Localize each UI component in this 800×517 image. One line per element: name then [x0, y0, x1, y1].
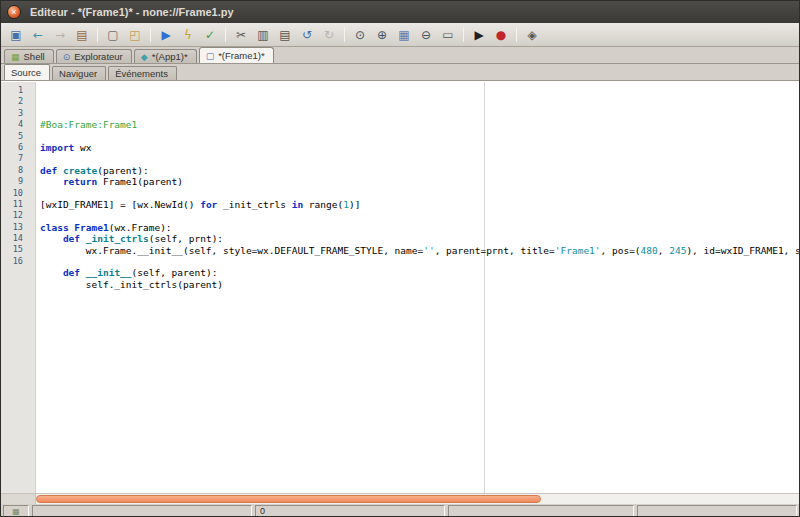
line-number: 3	[1, 108, 23, 119]
status-mode-icon: ▦	[12, 507, 20, 516]
tab-label: Shell	[24, 51, 45, 62]
toolbar-separator	[344, 27, 345, 42]
forward-icon[interactable]: →	[50, 25, 70, 45]
code-line-15[interactable]: self._init_ctrls(parent)	[40, 279, 799, 290]
tab-label: Explorateur	[74, 51, 123, 62]
main-tab-row: ▦Shell⊙Explorateur◆*(App1)*▢*(Frame1)*	[1, 47, 799, 64]
code-line-13[interactable]	[40, 256, 799, 267]
toolbar-separator	[150, 27, 151, 42]
line-number: 1	[1, 85, 23, 96]
sub-tab-row: SourceNaviguerÉvénements	[1, 64, 799, 81]
line-number: 9	[1, 176, 23, 187]
print-icon[interactable]: ▭	[438, 25, 458, 45]
back-icon[interactable]: ←	[28, 25, 48, 45]
code-line-7[interactable]	[40, 188, 799, 199]
frame-icon: ▢	[206, 51, 215, 61]
editor: 12345678910111213141516 #Boa:Frame:Frame…	[1, 81, 799, 493]
status-position-panel: 0	[255, 505, 445, 517]
tab-label: *(Frame1)*	[218, 50, 264, 61]
line-number: 16	[1, 256, 23, 267]
tab-frame1[interactable]: ▢*(Frame1)*	[199, 47, 274, 63]
line-number: 6	[1, 142, 23, 153]
line-number: 5	[1, 131, 23, 142]
paste-icon[interactable]: ▤	[275, 25, 295, 45]
toolbar-separator	[463, 27, 464, 42]
toolbar-separator	[97, 27, 98, 42]
scrollbar-thumb[interactable]	[36, 495, 541, 503]
status-mode-panel: ▦	[3, 505, 29, 517]
line-number: 15	[1, 244, 23, 255]
find-icon[interactable]: ⊙	[350, 25, 370, 45]
tab-app1[interactable]: ◆*(App1)*	[134, 49, 197, 63]
app-icon: ◆	[141, 52, 148, 62]
statusbar: ▦ 0	[1, 504, 799, 517]
help-icon[interactable]: ▤	[72, 25, 92, 45]
copy-icon[interactable]: ▥	[253, 25, 273, 45]
scrollbar-corner	[1, 494, 36, 504]
new-icon[interactable]: ▢	[103, 25, 123, 45]
line-number: 13	[1, 222, 23, 233]
code-line-9[interactable]	[40, 210, 799, 221]
code-area[interactable]: #Boa:Frame:Frame1import wxdef create(par…	[36, 82, 799, 493]
line-number: 14	[1, 233, 23, 244]
line-number: 10	[1, 188, 23, 199]
code-line-5[interactable]: def create(parent):	[40, 165, 799, 176]
line-number: 12	[1, 210, 23, 221]
gutter: 12345678910111213141516	[1, 82, 36, 493]
tab-explorateur[interactable]: ⊙Explorateur	[56, 49, 132, 63]
undo-icon[interactable]: ↺	[297, 25, 317, 45]
code-line-14[interactable]: def __init__(self, parent):	[40, 267, 799, 278]
tab-label: Événements	[115, 68, 168, 79]
record-icon[interactable]: ●	[491, 25, 511, 45]
tab-shell[interactable]: ▦Shell	[4, 49, 54, 63]
tab-label: Naviguer	[59, 68, 97, 79]
code-line-10[interactable]: class Frame1(wx.Frame):	[40, 222, 799, 233]
open-icon[interactable]: ◰	[125, 25, 145, 45]
tab-naviguer[interactable]: Naviguer	[52, 66, 106, 80]
code-line-12[interactable]: wx.Frame.__init__(self, style=wx.DEFAULT…	[40, 245, 799, 256]
save-icon[interactable]: ▣	[6, 25, 26, 45]
tab-label: *(App1)*	[152, 51, 188, 62]
toolbar-separator	[225, 27, 226, 42]
redo-icon[interactable]: ↻	[319, 25, 339, 45]
run-icon[interactable]: ▶	[156, 25, 176, 45]
code-line-6[interactable]: return Frame1(parent)	[40, 176, 799, 187]
line-number: 8	[1, 165, 23, 176]
zoom-icon[interactable]: ⊖	[416, 25, 436, 45]
status-position-value: 0	[260, 506, 265, 516]
code-line-11[interactable]: def _init_ctrls(self, prnt):	[40, 233, 799, 244]
tab-source[interactable]: Source	[4, 64, 50, 80]
debug-icon[interactable]: ϟ	[178, 25, 198, 45]
close-button[interactable]: ×	[7, 5, 21, 19]
window-title: Editeur - *(Frame1)* - none://Frame1.py	[30, 6, 234, 18]
check-source-icon[interactable]: ✓	[200, 25, 220, 45]
tab-label: Source	[11, 67, 41, 78]
tab-événements[interactable]: Événements	[108, 66, 177, 80]
line-number: 4	[1, 119, 23, 130]
toolbar: ▣←→▤▢◰▶ϟ✓✂▥▤↺↻⊙⊕▦⊖▭▶●◈	[1, 23, 799, 47]
shell-icon: ▦	[11, 52, 20, 62]
run-app-icon[interactable]: ▶	[469, 25, 489, 45]
editor-window: × Editeur - *(Frame1)* - none://Frame1.p…	[0, 0, 800, 517]
code-line-16[interactable]	[40, 290, 799, 301]
code-line-3[interactable]: import wx	[40, 142, 799, 153]
horizontal-scrollbar[interactable]	[1, 493, 799, 504]
status-message-panel	[32, 505, 252, 517]
settings-icon[interactable]: ◈	[522, 25, 542, 45]
line-number: 7	[1, 153, 23, 164]
cut-icon[interactable]: ✂	[231, 25, 251, 45]
find-in-files-icon[interactable]: ⊕	[372, 25, 392, 45]
code-line-8[interactable]: [wxID_FRAME1] = [wx.NewId() for _init_ct…	[40, 199, 799, 210]
titlebar: × Editeur - *(Frame1)* - none://Frame1.p…	[1, 1, 799, 23]
code-line-1[interactable]: #Boa:Frame:Frame1	[40, 119, 799, 130]
status-extra-panel	[637, 505, 797, 517]
code-line-2[interactable]	[40, 131, 799, 142]
line-number: 11	[1, 199, 23, 210]
status-info-panel	[448, 505, 634, 517]
browse-windows-icon[interactable]: ▦	[394, 25, 414, 45]
code-line-4[interactable]	[40, 153, 799, 164]
line-number: 2	[1, 96, 23, 107]
toolbar-separator	[516, 27, 517, 42]
explorer-icon: ⊙	[63, 52, 71, 62]
